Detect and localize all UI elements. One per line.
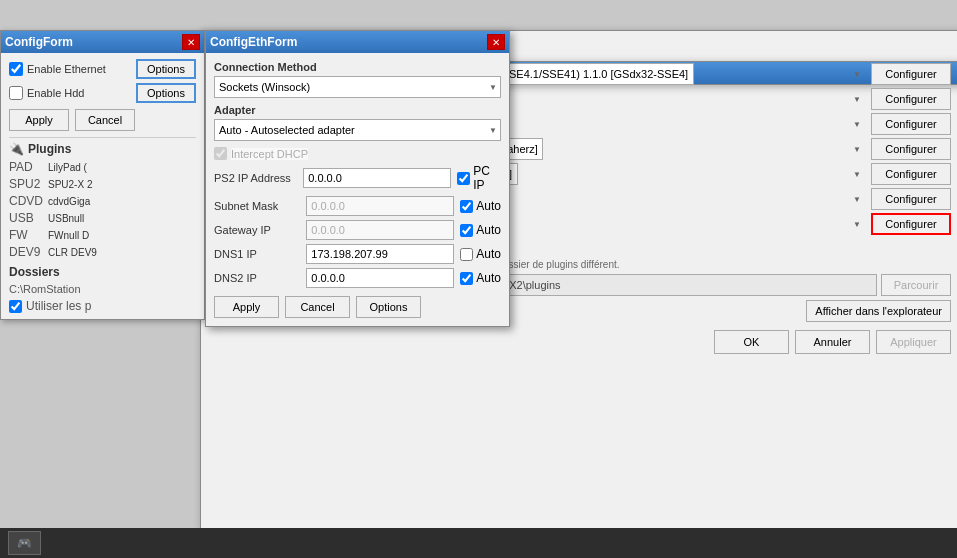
dns2-auto-label: Auto xyxy=(476,271,501,285)
dns2-ip-row: DNS2 IP Auto xyxy=(214,268,501,288)
config-form-title-bar: ConfigForm ✕ xyxy=(1,31,204,53)
cf-plugin-row-dev9: DEV9 CLR DEV9 xyxy=(9,245,196,259)
dns2-auto-checkbox[interactable] xyxy=(460,272,473,285)
cf-default-params-label: Utiliser les p xyxy=(26,299,91,313)
enable-hdd-checkbox[interactable] xyxy=(9,86,23,100)
apply-button[interactable]: Appliquer xyxy=(876,330,951,354)
config-form-close-button[interactable]: ✕ xyxy=(182,34,200,50)
cf-plugin-name-dev9: CLR DEV9 xyxy=(48,247,97,258)
pc-ip-checkbox[interactable] xyxy=(457,172,470,185)
enable-ethernet-checkbox[interactable] xyxy=(9,62,23,76)
cf-plugins-icon: 🔌 xyxy=(9,142,24,156)
adapter-label: Adapter xyxy=(214,104,501,116)
dns2-ip-label: DNS2 IP xyxy=(214,272,300,284)
cf-dossiers-checkbox-row: Utiliser les p xyxy=(9,299,196,313)
dns1-ip-label: DNS1 IP xyxy=(214,248,300,260)
ps2-ip-label: PS2 IP Address xyxy=(214,172,297,184)
eth-apply-button[interactable]: Apply xyxy=(214,296,279,318)
cf-plugins-section-label: 🔌 Plugins xyxy=(9,142,196,156)
cf-plugin-type-dev9: DEV9 xyxy=(9,245,44,259)
cf-plugin-row-cdvd: CDVD cdvdGiga xyxy=(9,194,196,208)
eth-bottom-buttons: Apply Cancel Options xyxy=(214,296,501,318)
cf-plugin-name-spu2: SPU2-X 2 xyxy=(48,179,92,190)
taskbar: 🎮 xyxy=(0,528,957,558)
intercept-dhcp-row: Intercept DHCP xyxy=(214,147,501,160)
config-eth-close-button[interactable]: ✕ xyxy=(487,34,505,50)
eth-content: Connection Method Sockets (Winsock) PCAP… xyxy=(206,53,509,326)
cf-plugin-name-fw: FWnull D xyxy=(48,230,89,241)
intercept-dhcp-checkbox xyxy=(214,147,227,160)
cf-plugin-row-spu2: SPU2 SPU2-X 2 xyxy=(9,177,196,191)
dns1-ip-row: DNS1 IP Auto xyxy=(214,244,501,264)
configure-cdvd-button[interactable]: Configurer xyxy=(871,138,951,160)
subnet-mask-row: Subnet Mask Auto xyxy=(214,196,501,216)
ps2-ip-input[interactable] xyxy=(303,168,451,188)
cf-plugins-section: 🔌 Plugins PAD LilyPad ( SPU2 SPU2-X 2 CD… xyxy=(9,137,196,259)
explorer-button[interactable]: Afficher dans l'explorateur xyxy=(806,300,951,322)
cf-cancel-button[interactable]: Cancel xyxy=(75,109,135,131)
cancel-button[interactable]: Annuler xyxy=(795,330,870,354)
eth-cancel-button[interactable]: Cancel xyxy=(285,296,350,318)
gateway-auto-checkbox[interactable] xyxy=(460,224,473,237)
dns2-ip-input[interactable] xyxy=(306,268,454,288)
enable-ethernet-label: Enable Ethernet xyxy=(27,63,132,75)
cf-plugin-row-pad: PAD LilyPad ( xyxy=(9,160,196,174)
gateway-ip-input[interactable] xyxy=(306,220,454,240)
subnet-auto-label: Auto xyxy=(476,199,501,213)
connection-method-select-wrapper: Sockets (Winsock) PCAP Bridged PCAP Swit… xyxy=(214,76,501,98)
dns1-auto-label: Auto xyxy=(476,247,501,261)
cf-plugin-row-usb: USB USBnull xyxy=(9,211,196,225)
dns2-auto-checkbox-label: Auto xyxy=(460,271,501,285)
cf-plugin-type-fw: FW xyxy=(9,228,44,242)
cf-dossiers-path: C:\RomStation xyxy=(9,283,196,295)
subnet-auto-checkbox-label: Auto xyxy=(460,199,501,213)
pc-ip-checkbox-label: PC IP xyxy=(457,164,501,192)
configure-gs-button[interactable]: Configurer xyxy=(871,63,951,85)
cf-dossiers-label: Dossiers xyxy=(9,265,196,279)
configure-spu2-button[interactable]: Configurer xyxy=(871,113,951,135)
config-form-title-label: ConfigForm xyxy=(5,35,73,49)
eth-options-button[interactable]: Options xyxy=(356,296,421,318)
dns1-auto-checkbox-label: Auto xyxy=(460,247,501,261)
subnet-auto-checkbox[interactable] xyxy=(460,200,473,213)
dns1-ip-input[interactable] xyxy=(306,244,454,264)
cf-dossiers-section: Dossiers C:\RomStation Utiliser les p xyxy=(9,265,196,313)
cf-default-params-checkbox[interactable] xyxy=(9,300,22,313)
config-eth-title-label: ConfigEthForm xyxy=(210,35,297,49)
cf-plugin-type-spu2: SPU2 xyxy=(9,177,44,191)
cf-plugin-type-cdvd: CDVD xyxy=(9,194,44,208)
screen: Plugins — □ ✕ 🔌 Plugins 💾 BIOS 📁 xyxy=(0,0,957,558)
config-eth-form-window: ConfigEthForm ✕ Connection Method Socket… xyxy=(205,30,510,327)
adapter-select-wrapper: Auto - Autoselected adapter xyxy=(214,119,501,141)
taskbar-item-pcsx2[interactable]: 🎮 xyxy=(8,531,41,555)
ethernet-options-button[interactable]: Options xyxy=(136,59,196,79)
gateway-auto-checkbox-label: Auto xyxy=(460,223,501,237)
configure-fw-button[interactable]: Configurer xyxy=(871,188,951,210)
taskbar-icon: 🎮 xyxy=(17,536,32,550)
ok-button[interactable]: OK xyxy=(714,330,789,354)
gateway-auto-label: Auto xyxy=(476,223,501,237)
adapter-select[interactable]: Auto - Autoselected adapter xyxy=(214,119,501,141)
cf-apply-button[interactable]: Apply xyxy=(9,109,69,131)
cf-plugin-type-pad: PAD xyxy=(9,160,44,174)
ps2-ip-row: PS2 IP Address PC IP xyxy=(214,164,501,192)
config-form-window: ConfigForm ✕ Enable Ethernet Options Ena… xyxy=(0,30,205,320)
configure-pad-button[interactable]: Configurer xyxy=(871,88,951,110)
connection-method-label: Connection Method xyxy=(214,61,501,73)
cf-plugin-name-usb: USBnull xyxy=(48,213,84,224)
gateway-ip-row: Gateway IP Auto xyxy=(214,220,501,240)
config-eth-title-bar: ConfigEthForm ✕ xyxy=(206,31,509,53)
gateway-ip-label: Gateway IP xyxy=(214,224,300,236)
cf-plugin-type-usb: USB xyxy=(9,211,44,225)
hdd-options-button[interactable]: Options xyxy=(136,83,196,103)
dns1-auto-checkbox[interactable] xyxy=(460,248,473,261)
pc-ip-label: PC IP xyxy=(473,164,501,192)
cf-plugin-name-pad: LilyPad ( xyxy=(48,162,87,173)
subnet-mask-input[interactable] xyxy=(306,196,454,216)
connection-method-select[interactable]: Sockets (Winsock) PCAP Bridged PCAP Swit… xyxy=(214,76,501,98)
browse-button[interactable]: Parcourir xyxy=(881,274,951,296)
intercept-dhcp-label: Intercept DHCP xyxy=(231,148,308,160)
cf-plugin-row-fw: FW FWnull D xyxy=(9,228,196,242)
configure-usb-button[interactable]: Configurer xyxy=(871,163,951,185)
configure-dev9-button[interactable]: Configurer xyxy=(871,213,951,235)
